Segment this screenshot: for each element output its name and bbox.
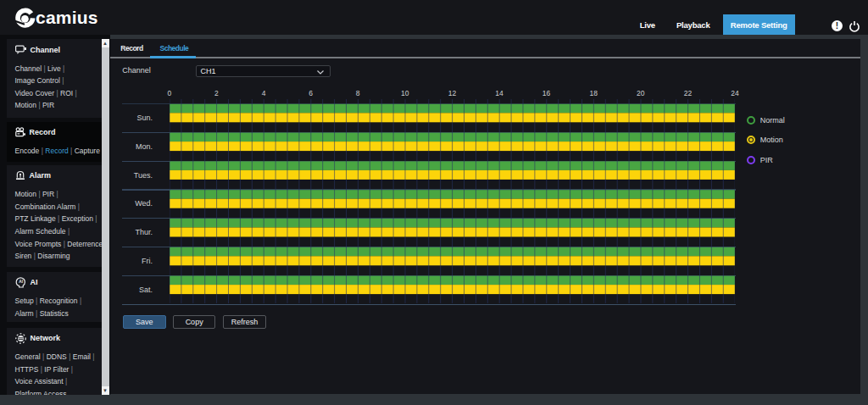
svg-text:AI: AI (19, 280, 23, 284)
